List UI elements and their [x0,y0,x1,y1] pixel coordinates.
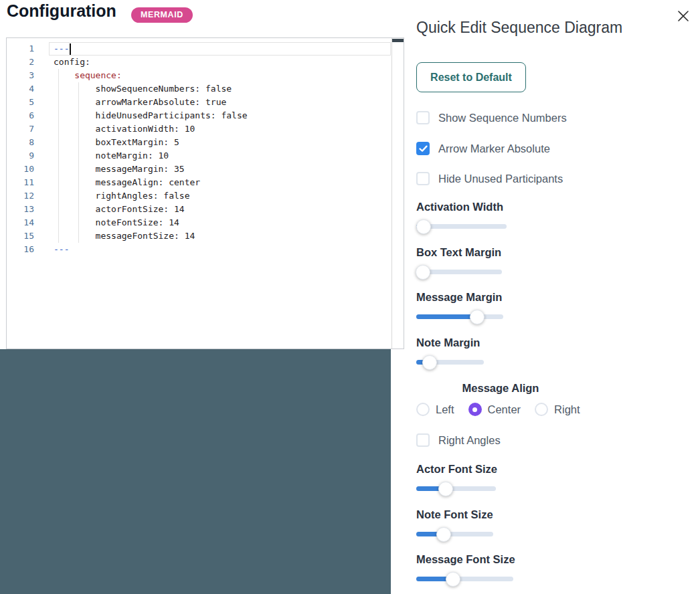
checkbox-unchecked-icon[interactable] [416,111,430,124]
checkbox-right-angles[interactable]: Right Angles [416,433,501,448]
line-number: 14 [7,216,34,229]
code-line[interactable]: 14 noteFontSize: 14 [7,216,391,229]
config-code-editor[interactable]: 1---2config:3 sequence:4 showSequenceNum… [6,37,404,349]
line-number: 2 [7,56,34,69]
line-number: 15 [7,229,34,243]
slider-thumb[interactable] [438,482,453,496]
text-cursor [70,43,71,55]
code-text: actorFontSize: 14 [54,203,185,216]
line-number: 12 [7,189,34,203]
slider-fill [416,314,477,319]
code-line[interactable]: 4 showSequenceNumbers: false [7,82,391,96]
mermaid-badge: MERMAID [131,7,193,23]
code-text: rightAngles: false [54,189,190,203]
code-line[interactable]: 1--- [7,42,391,56]
slider-label-activation-width: Activation Width [416,201,503,215]
line-number: 4 [7,82,34,96]
code-text: messageFontSize: 14 [54,229,195,243]
radio-label: Left [436,403,454,416]
code-line[interactable]: 7 activationWidth: 10 [7,122,391,136]
close-icon[interactable] [676,9,691,23]
checkbox-label: Arrow Marker Absolute [438,142,550,155]
checkbox-label: Right Angles [438,434,501,447]
slider-box-text-margin[interactable] [416,265,502,280]
radio-right[interactable]: Right [535,403,580,416]
line-number: 11 [7,176,34,189]
code-line[interactable]: 12 rightAngles: false [7,189,391,203]
checkbox-hide-unused-participants[interactable]: Hide Unused Participants [416,171,563,186]
code-line[interactable]: 2config: [7,56,391,69]
radio-label: Right [554,403,580,416]
slider-message-margin[interactable] [416,310,503,324]
code-text: sequence: [54,69,122,82]
overview-ruler-cursor-marker [392,39,404,42]
code-text: showSequenceNumbers: false [54,82,232,96]
checkbox-label: Show Sequence Numbers [438,112,567,124]
code-line[interactable]: 6 hideUnusedParticipants: false [7,109,391,122]
checkbox-show-sequence-numbers[interactable]: Show Sequence Numbers [416,110,567,125]
checkbox-unchecked-icon[interactable] [416,172,430,185]
code-text: messageAlign: center [54,176,200,189]
page-title: Configuration [7,1,116,21]
code-text: --- [54,42,69,56]
code-text: boxTextMargin: 5 [54,136,179,149]
radio-left[interactable]: Left [416,403,454,416]
slider-thumb[interactable] [470,310,485,324]
radio-center[interactable]: Center [468,403,521,416]
code-line[interactable]: 3 sequence: [7,69,391,82]
slider-label-note-margin: Note Margin [416,336,480,351]
radio-unselected-icon[interactable] [535,403,548,416]
slider-label-actor-font-size: Actor Font Size [416,463,497,478]
quick-edit-panel: Quick Edit Sequence Diagram Reset to Def… [405,0,700,594]
line-number: 13 [7,203,34,216]
code-text: messageMargin: 35 [54,163,185,176]
code-line[interactable]: 13 actorFontSize: 14 [7,203,391,216]
slider-thumb[interactable] [422,355,437,370]
slider-label-message-font-size: Message Font Size [416,553,515,568]
code-line[interactable]: 11 messageAlign: center [7,176,391,189]
checkbox-unchecked-icon[interactable] [416,433,430,447]
line-number: 10 [7,163,34,176]
code-line[interactable]: 16--- [7,243,391,256]
code-text: noteMargin: 10 [54,149,169,163]
line-number: 8 [7,136,34,149]
code-text: --- [54,243,69,256]
slider-thumb[interactable] [416,265,430,280]
reset-to-default-button[interactable]: Reset to Default [416,62,526,92]
indent-guide [58,69,59,243]
message-align-label: Message Align [416,382,585,395]
editor-scrollbar[interactable] [391,38,404,349]
checkbox-checked-icon[interactable] [416,142,430,155]
slider-activation-width[interactable] [416,219,507,234]
code-text: hideUnusedParticipants: false [54,109,248,122]
line-number: 7 [7,122,34,136]
code-line[interactable]: 5 arrowMarkerAbsolute: true [7,96,391,109]
code-line[interactable]: 10 messageMargin: 35 [7,163,391,176]
radio-label: Center [488,403,521,416]
slider-label-message-margin: Message Margin [416,291,502,306]
slider-thumb[interactable] [436,527,451,542]
line-number: 1 [7,42,34,56]
slider-thumb[interactable] [446,572,460,587]
code-line[interactable]: 9 noteMargin: 10 [7,149,391,163]
line-number: 9 [7,149,34,163]
code-line[interactable]: 8 boxTextMargin: 5 [7,136,391,149]
line-number: 6 [7,109,34,122]
diagram-preview-pane [0,349,391,594]
slider-label-box-text-margin: Box Text Margin [416,246,501,261]
slider-note-margin[interactable] [416,355,484,370]
code-text: config: [54,56,90,69]
slider-actor-font-size[interactable] [416,482,496,496]
line-number: 3 [7,69,34,82]
radio-unselected-icon[interactable] [416,403,430,416]
slider-label-note-font-size: Note Font Size [416,508,493,523]
radio-selected-icon[interactable] [468,403,482,416]
message-align-radio-group: LeftCenterRight [416,403,580,416]
slider-thumb[interactable] [416,219,431,234]
radio-dot [472,407,477,412]
mermaid-config-screen: Configuration MERMAID 1---2config:3 sequ… [0,0,700,594]
slider-message-font-size[interactable] [416,572,513,587]
slider-note-font-size[interactable] [416,527,493,542]
code-line[interactable]: 15 messageFontSize: 14 [7,229,391,243]
checkbox-arrow-marker-absolute[interactable]: Arrow Marker Absolute [416,141,550,156]
